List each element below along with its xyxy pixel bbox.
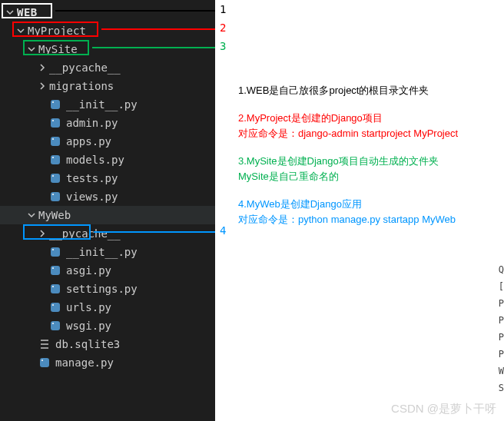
python-file-icon	[49, 135, 61, 148]
python-file-icon	[49, 320, 61, 332]
item-label: wsgi.py	[66, 320, 111, 332]
item-label: admin.py	[66, 117, 118, 129]
item-label: views.py	[66, 191, 118, 203]
tree-file[interactable]: asgi.py	[0, 261, 215, 280]
item-label: manage.py	[55, 356, 114, 369]
tree-file[interactable]: tests.py	[0, 169, 215, 187]
annotation-text-2b: 对应命令是：django-admin startproject MyProjec…	[238, 126, 458, 141]
tree-file[interactable]: __init__.py	[0, 95, 215, 114]
chevron-right-icon	[37, 62, 48, 73]
annotation-number-1: 1	[220, 3, 226, 15]
item-label: urls.py	[66, 301, 111, 313]
annotation-text-2a: 2.MyProject是创建的Django项目	[238, 111, 383, 126]
tree-folder[interactable]: __pycache__	[0, 224, 215, 243]
tree-file[interactable]: views.py	[0, 187, 215, 206]
watermark: CSDN @是萝卜干呀	[391, 402, 496, 416]
tree-root[interactable]: WEB	[0, 3, 215, 22]
item-label: db.sqlite3	[55, 338, 120, 350]
annotation-text-3a: 3.MySite是创建Django项目自动生成的文件夹	[238, 154, 439, 169]
tree-folder-myproject[interactable]: MyProject	[0, 22, 215, 40]
item-label: apps.py	[66, 135, 111, 148]
chevron-right-icon	[37, 81, 48, 91]
python-file-icon	[49, 98, 61, 111]
folder-label: MySite	[38, 43, 78, 55]
chevron-down-icon	[5, 7, 15, 18]
tree-file[interactable]: __init__.py	[0, 243, 215, 261]
tree-file[interactable]: apps.py	[0, 132, 215, 151]
tree-file[interactable]: settings.py	[0, 280, 215, 298]
annotation-number-3: 3	[220, 40, 226, 52]
python-file-icon	[49, 154, 61, 166]
python-file-icon	[49, 283, 61, 295]
annotation-panel: 1 2 3 4 1.WEB是自己放很多project的根目录文件夹 2.MyPr…	[215, 0, 504, 421]
tree-folder-myweb[interactable]: MyWeb	[0, 206, 215, 224]
item-label: __init__.py	[66, 98, 138, 111]
item-label: asgi.py	[66, 264, 111, 277]
annotation-text-3b: MySite是自己重命名的	[238, 169, 339, 184]
item-label: models.py	[66, 154, 124, 166]
chevron-down-icon	[15, 25, 26, 36]
tree-file[interactable]: wsgi.py	[0, 317, 215, 335]
python-file-icon	[38, 356, 51, 369]
item-label: __pycache__	[49, 227, 121, 240]
file-explorer-sidebar: WEB MyProject MySite __pycache__migratio…	[0, 0, 215, 421]
item-label: __init__.py	[66, 246, 138, 258]
tree-file[interactable]: models.py	[0, 151, 215, 169]
annotation-text-4b: 对应命令是：python manage.py startapp MyWeb	[238, 212, 456, 227]
chevron-right-icon	[37, 228, 48, 239]
tree-folder-mysite[interactable]: MySite	[0, 40, 215, 58]
database-file-icon	[38, 338, 51, 350]
python-file-icon	[49, 117, 61, 129]
folder-label: MyWeb	[38, 209, 71, 221]
arrow-line	[92, 47, 215, 48]
tree-folder[interactable]: migrations	[0, 77, 215, 95]
item-label: tests.py	[66, 172, 118, 184]
python-file-icon	[49, 172, 61, 184]
annotation-text-4a: 4.MyWeb是创建Django应用	[238, 197, 362, 212]
arrow-line	[101, 28, 215, 30]
tree-file[interactable]: admin.py	[0, 114, 215, 132]
item-label: __pycache__	[49, 61, 121, 74]
chevron-down-icon	[26, 44, 37, 55]
tree-file[interactable]: db.sqlite3	[0, 335, 215, 353]
python-file-icon	[49, 246, 61, 258]
tree-file[interactable]: manage.py	[0, 353, 215, 372]
python-file-icon	[49, 191, 61, 203]
folder-label: MyProject	[28, 25, 86, 37]
annotation-text-1: 1.WEB是自己放很多project的根目录文件夹	[238, 83, 429, 98]
item-label: settings.py	[66, 283, 138, 295]
arrow-line	[55, 10, 215, 12]
tree-folder[interactable]: __pycache__	[0, 58, 215, 77]
python-file-icon	[49, 301, 61, 313]
annotation-number-2: 2	[220, 22, 226, 34]
truncated-text-edge: Q[PPPPWS	[499, 261, 504, 396]
root-label: WEB	[17, 6, 38, 18]
tree-file[interactable]: urls.py	[0, 298, 215, 317]
annotation-number-4: 4	[220, 224, 226, 237]
arrow-line	[94, 231, 215, 233]
chevron-down-icon	[26, 210, 37, 220]
python-file-icon	[49, 264, 61, 277]
item-label: migrations	[49, 80, 114, 92]
